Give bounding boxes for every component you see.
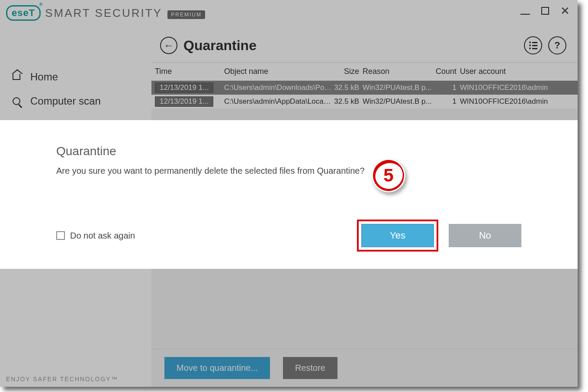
sidebar-item-home[interactable]: Home [3,65,151,89]
step-highlight: Yes [357,220,438,252]
checkbox-label: Do not ask again [70,231,135,241]
back-button[interactable]: ← [160,37,177,54]
no-button[interactable]: No [449,224,521,247]
home-icon [10,71,22,83]
search-icon [10,95,22,107]
eset-logo-icon: eseT® [6,5,41,21]
table-row[interactable]: 12/13/2019 1... C:\Users\admin\Downloads… [151,81,578,95]
window-maximize-button[interactable] [541,5,549,16]
table-row[interactable]: 12/13/2019 1... C:\Users\admin\AppData\L… [151,95,578,108]
col-object[interactable]: Object name [224,67,332,76]
col-size[interactable]: Size [332,67,363,76]
window-close-button[interactable]: ✕ [560,5,570,16]
quarantine-table: Time Object name Size Reason Count User … [151,62,578,108]
checkbox-icon [56,231,65,240]
dialog-title: Quarantine [56,144,521,158]
sidebar-item-computer-scan[interactable]: Computer scan [3,89,151,113]
arrow-left-icon: ← [164,40,174,51]
page-title: Quarantine [183,38,257,54]
action-bar: Move to quarantine... Restore [151,349,578,387]
dialog-message: Are you sure you want to permanently del… [56,166,521,176]
col-reason[interactable]: Reason [363,67,434,76]
title-bar: eseT® SMART SECURITY PREMIUM ✕ [0,0,578,26]
help-icon: ? [554,40,560,51]
list-icon [529,41,537,49]
window-minimize-button[interactable] [521,5,530,16]
move-to-quarantine-button[interactable]: Move to quarantine... [164,357,270,379]
app-logo-block: eseT® SMART SECURITY PREMIUM [3,5,205,21]
view-options-button[interactable] [524,36,542,54]
help-button[interactable]: ? [548,36,566,54]
do-not-ask-checkbox[interactable]: Do not ask again [56,231,135,241]
table-header: Time Object name Size Reason Count User … [151,63,578,81]
confirm-delete-dialog: Quarantine Are you sure you want to perm… [0,120,578,269]
col-time[interactable]: Time [155,67,224,76]
premium-badge: PREMIUM [167,10,205,19]
app-title: SMART SECURITY PREMIUM [45,6,205,20]
footer-tagline: ENJOY SAFER TECHNOLOGY™ [6,376,118,382]
sidebar-item-label: Computer scan [30,95,101,107]
restore-button[interactable]: Restore [283,357,337,379]
yes-button[interactable]: Yes [361,224,434,247]
col-count[interactable]: Count [434,67,460,76]
col-user[interactable]: User account [460,67,574,76]
sidebar-item-label: Home [30,71,58,83]
